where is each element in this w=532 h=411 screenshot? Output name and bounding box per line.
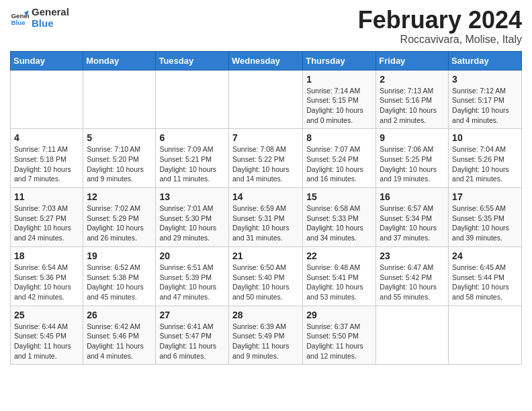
calendar-cell: 24Sunrise: 6:45 AM Sunset: 5:44 PM Dayli… [449, 246, 522, 306]
day-number: 7 [232, 132, 299, 143]
day-info: Sunrise: 6:45 AM Sunset: 5:44 PM Dayligh… [452, 263, 518, 302]
day-number: 5 [87, 132, 152, 143]
day-info: Sunrise: 7:03 AM Sunset: 5:27 PM Dayligh… [14, 203, 79, 243]
calendar-cell: 23Sunrise: 6:47 AM Sunset: 5:42 PM Dayli… [376, 246, 449, 306]
day-info: Sunrise: 7:02 AM Sunset: 5:29 PM Dayligh… [87, 203, 152, 243]
calendar-cell: 16Sunrise: 6:57 AM Sunset: 5:34 PM Dayli… [376, 188, 449, 247]
day-number: 1 [306, 74, 372, 85]
day-info: Sunrise: 6:54 AM Sunset: 5:36 PM Dayligh… [14, 263, 79, 302]
day-info: Sunrise: 6:59 AM Sunset: 5:31 PM Dayligh… [232, 203, 299, 243]
day-number: 28 [232, 310, 299, 320]
weekday-header: Tuesday [156, 51, 229, 70]
calendar-week-row: 4Sunrise: 7:11 AM Sunset: 5:18 PM Daylig… [11, 129, 522, 188]
calendar-week-row: 1Sunrise: 7:14 AM Sunset: 5:15 PM Daylig… [11, 70, 522, 129]
day-number: 24 [452, 250, 518, 261]
calendar-cell [11, 70, 83, 129]
day-number: 21 [232, 250, 299, 261]
calendar-week-row: 11Sunrise: 7:03 AM Sunset: 5:27 PM Dayli… [11, 188, 522, 247]
logo-general: General [32, 7, 69, 18]
svg-text:Blue: Blue [11, 18, 26, 26]
day-number: 9 [380, 132, 445, 143]
logo: General Blue General Blue [10, 7, 69, 29]
calendar-cell: 18Sunrise: 6:54 AM Sunset: 5:36 PM Dayli… [11, 246, 83, 306]
day-number: 13 [159, 191, 225, 202]
day-info: Sunrise: 7:10 AM Sunset: 5:20 PM Dayligh… [87, 144, 152, 184]
header: General Blue General Blue February 2024 … [10, 7, 522, 46]
calendar-cell: 11Sunrise: 7:03 AM Sunset: 5:27 PM Dayli… [11, 188, 83, 247]
weekday-header: Friday [376, 51, 449, 70]
day-number: 8 [306, 132, 372, 143]
title-block: February 2024 Roccavivara, Molise, Italy [358, 7, 522, 46]
day-info: Sunrise: 7:01 AM Sunset: 5:30 PM Dayligh… [159, 203, 225, 243]
day-number: 27 [159, 310, 225, 320]
day-number: 25 [14, 310, 79, 320]
day-number: 17 [452, 191, 518, 202]
day-info: Sunrise: 6:44 AM Sunset: 5:45 PM Dayligh… [14, 322, 79, 361]
day-info: Sunrise: 6:58 AM Sunset: 5:33 PM Dayligh… [306, 203, 372, 243]
day-number: 15 [306, 191, 372, 202]
day-number: 2 [380, 74, 445, 85]
calendar-cell: 12Sunrise: 7:02 AM Sunset: 5:29 PM Dayli… [83, 188, 156, 247]
day-info: Sunrise: 6:48 AM Sunset: 5:41 PM Dayligh… [306, 263, 372, 302]
calendar-cell [156, 70, 229, 129]
day-info: Sunrise: 6:51 AM Sunset: 5:39 PM Dayligh… [159, 263, 225, 302]
calendar-cell: 6Sunrise: 7:09 AM Sunset: 5:21 PM Daylig… [156, 129, 229, 188]
day-number: 20 [159, 250, 225, 261]
calendar-cell: 19Sunrise: 6:52 AM Sunset: 5:38 PM Dayli… [83, 246, 156, 306]
day-number: 10 [452, 132, 518, 143]
day-info: Sunrise: 7:11 AM Sunset: 5:18 PM Dayligh… [14, 144, 79, 184]
calendar-cell: 29Sunrise: 6:37 AM Sunset: 5:50 PM Dayli… [303, 306, 376, 365]
day-number: 26 [87, 310, 152, 320]
day-number: 4 [14, 132, 79, 143]
day-info: Sunrise: 6:57 AM Sunset: 5:34 PM Dayligh… [380, 203, 445, 243]
calendar-cell: 20Sunrise: 6:51 AM Sunset: 5:39 PM Dayli… [156, 246, 229, 306]
logo-icon: General Blue [10, 9, 29, 28]
calendar-cell: 9Sunrise: 7:06 AM Sunset: 5:25 PM Daylig… [376, 129, 449, 188]
calendar-cell: 22Sunrise: 6:48 AM Sunset: 5:41 PM Dayli… [303, 246, 376, 306]
day-info: Sunrise: 7:07 AM Sunset: 5:24 PM Dayligh… [306, 144, 372, 184]
day-number: 12 [87, 191, 152, 202]
calendar-cell: 13Sunrise: 7:01 AM Sunset: 5:30 PM Dayli… [156, 188, 229, 247]
day-info: Sunrise: 7:09 AM Sunset: 5:21 PM Dayligh… [159, 144, 225, 184]
day-info: Sunrise: 7:13 AM Sunset: 5:16 PM Dayligh… [380, 86, 445, 126]
day-info: Sunrise: 6:41 AM Sunset: 5:47 PM Dayligh… [159, 322, 225, 361]
calendar-cell: 8Sunrise: 7:07 AM Sunset: 5:24 PM Daylig… [303, 129, 376, 188]
calendar-table: SundayMondayTuesdayWednesdayThursdayFrid… [10, 51, 522, 365]
day-number: 23 [380, 250, 445, 261]
calendar-header-row: SundayMondayTuesdayWednesdayThursdayFrid… [11, 51, 522, 70]
day-number: 16 [380, 191, 445, 202]
day-info: Sunrise: 7:14 AM Sunset: 5:15 PM Dayligh… [306, 86, 372, 126]
calendar-week-row: 25Sunrise: 6:44 AM Sunset: 5:45 PM Dayli… [11, 306, 522, 365]
calendar-cell: 2Sunrise: 7:13 AM Sunset: 5:16 PM Daylig… [376, 70, 449, 129]
calendar-cell: 21Sunrise: 6:50 AM Sunset: 5:40 PM Dayli… [228, 246, 302, 306]
calendar-cell [83, 70, 156, 129]
weekday-header: Wednesday [228, 51, 302, 70]
calendar-cell: 28Sunrise: 6:39 AM Sunset: 5:49 PM Dayli… [228, 306, 302, 365]
day-number: 29 [306, 310, 372, 320]
calendar-cell: 27Sunrise: 6:41 AM Sunset: 5:47 PM Dayli… [156, 306, 229, 365]
day-info: Sunrise: 6:55 AM Sunset: 5:35 PM Dayligh… [452, 203, 518, 243]
logo-blue: Blue [32, 18, 69, 30]
day-info: Sunrise: 7:08 AM Sunset: 5:22 PM Dayligh… [232, 144, 299, 184]
calendar-cell: 1Sunrise: 7:14 AM Sunset: 5:15 PM Daylig… [303, 70, 376, 129]
day-number: 14 [232, 191, 299, 202]
calendar-cell [228, 70, 302, 129]
calendar-cell: 25Sunrise: 6:44 AM Sunset: 5:45 PM Dayli… [11, 306, 83, 365]
calendar-cell: 3Sunrise: 7:12 AM Sunset: 5:17 PM Daylig… [449, 70, 522, 129]
day-number: 6 [159, 132, 225, 143]
day-info: Sunrise: 7:06 AM Sunset: 5:25 PM Dayligh… [380, 144, 445, 184]
location-subtitle: Roccavivara, Molise, Italy [358, 34, 522, 46]
day-info: Sunrise: 6:47 AM Sunset: 5:42 PM Dayligh… [380, 263, 445, 302]
calendar-cell [376, 306, 449, 365]
calendar-cell: 26Sunrise: 6:42 AM Sunset: 5:46 PM Dayli… [83, 306, 156, 365]
calendar-cell: 5Sunrise: 7:10 AM Sunset: 5:20 PM Daylig… [83, 129, 156, 188]
calendar-cell: 10Sunrise: 7:04 AM Sunset: 5:26 PM Dayli… [449, 129, 522, 188]
day-number: 22 [306, 250, 372, 261]
day-info: Sunrise: 6:42 AM Sunset: 5:46 PM Dayligh… [87, 322, 152, 361]
day-info: Sunrise: 6:52 AM Sunset: 5:38 PM Dayligh… [87, 263, 152, 302]
calendar-cell: 17Sunrise: 6:55 AM Sunset: 5:35 PM Dayli… [449, 188, 522, 247]
month-year-title: February 2024 [358, 7, 522, 34]
weekday-header: Thursday [303, 51, 376, 70]
day-number: 18 [14, 250, 79, 261]
day-info: Sunrise: 7:12 AM Sunset: 5:17 PM Dayligh… [452, 86, 518, 126]
